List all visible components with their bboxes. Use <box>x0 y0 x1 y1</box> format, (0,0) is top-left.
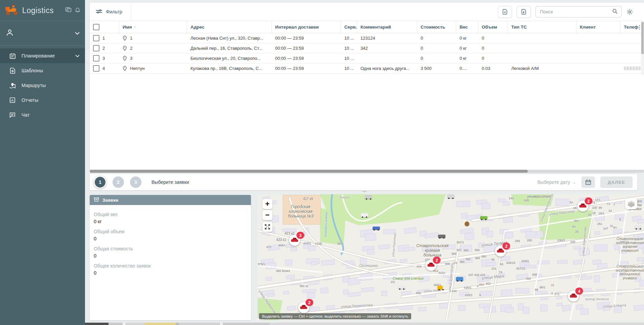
map-label: 367/1 <box>457 241 464 244</box>
sidebar-item-routes[interactable]: Маршруты <box>0 78 85 93</box>
map-vehicle-car <box>635 226 642 229</box>
cell-client <box>576 43 620 53</box>
cell-cost: 3 500 <box>417 64 456 73</box>
select-all-checkbox[interactable] <box>93 24 99 30</box>
sidebar-item-chat[interactable]: Чат <box>0 108 85 122</box>
cell-phone <box>620 53 644 63</box>
map-label: 394 <box>459 260 464 263</box>
map-label: 367/23 <box>516 267 525 270</box>
sidebar-item-planning[interactable]: Планирование <box>0 48 85 63</box>
pane-resize-handle[interactable]: ⋯ <box>85 190 644 194</box>
layers-button[interactable] <box>625 198 637 209</box>
map-marker-cluster[interactable]: 2 <box>298 302 309 313</box>
map-label: улица Морозова <box>549 209 575 216</box>
map-label: 8А <box>613 226 617 229</box>
step-2[interactable]: 2 <box>113 176 124 188</box>
map-label: Сквер для слепых <box>393 276 424 281</box>
sidebar-item-templates[interactable]: Шаблоны <box>0 63 85 78</box>
map-label: Ставропольский государственный медицинск… <box>616 265 644 280</box>
map-marker-cluster[interactable]: 2 <box>495 246 506 257</box>
header-interval[interactable]: Интервал доставки <box>272 21 341 33</box>
sidebar-item-reports[interactable]: Отчеты <box>0 93 85 108</box>
row-checkbox[interactable] <box>93 65 99 72</box>
routes-icon <box>9 82 16 89</box>
map-vehicle-car <box>398 286 405 289</box>
map-label: 271 <box>555 292 560 296</box>
cell-phone <box>620 43 644 53</box>
cell-interval: 00:00 — 23:59 <box>272 33 341 43</box>
zoom-out-button[interactable]: − <box>262 210 272 220</box>
map-label: Городская клиническая больница №3 <box>288 205 313 218</box>
row-checkbox[interactable] <box>93 45 99 51</box>
cell-weight: 0 кг <box>456 53 478 63</box>
map-marker-cluster[interactable]: 3 <box>289 235 300 246</box>
header-vehicle-type[interactable]: Тип ТС <box>508 21 576 33</box>
map-label: 20 <box>588 213 591 216</box>
map[interactable]: улица Ленинаулица Мираулица Мираулица Ле… <box>258 194 644 320</box>
map-label: 88/1 <box>540 286 546 289</box>
table-row[interactable]: 33Биологическая ул., 20, Ставропо...00:0… <box>90 53 644 64</box>
add-order-button[interactable] <box>498 6 512 18</box>
map-label: 7А <box>606 202 610 206</box>
filter-button[interactable]: Фильтр <box>95 9 131 15</box>
cell-name: 3 <box>119 53 187 63</box>
map-label: 74 <box>499 271 502 274</box>
map-label: 30А <box>574 219 579 222</box>
step-1[interactable]: 1 <box>94 176 106 189</box>
step-3[interactable]: 3 <box>130 176 141 188</box>
sidebar: Logistics ? <box>0 0 85 325</box>
map-label: 402 <box>485 282 490 285</box>
user-menu[interactable] <box>0 21 85 46</box>
next-button[interactable]: ДАЛЕЕ <box>600 176 633 188</box>
row-select: 1 <box>90 33 119 43</box>
zoom-in-button[interactable]: + <box>262 199 272 209</box>
fullscreen-button[interactable] <box>262 222 272 232</box>
sidebar-item-label: Отчеты <box>22 97 38 103</box>
header-cost[interactable]: Стоимость <box>417 21 456 33</box>
settings-gear-icon[interactable] <box>626 8 633 15</box>
header-name[interactable]: Имя↑ <box>119 21 187 33</box>
table-row[interactable]: 11Лесная (Нива Снт) ул., 320, Ставр...00… <box>90 33 644 43</box>
help-chat-icon[interactable]: ? <box>65 7 72 14</box>
cell-interval: 00:00 — 23:59 <box>272 53 341 63</box>
phone-masked <box>624 67 641 70</box>
map-marker-cluster[interactable]: 2 <box>426 260 437 271</box>
row-checkbox[interactable] <box>93 55 99 62</box>
chevron-down-icon <box>75 30 80 36</box>
table-row[interactable]: 22Дальний пер., 16, Ставрополь, Ст...00:… <box>90 43 644 53</box>
import-orders-button[interactable] <box>517 6 531 18</box>
header-comment[interactable]: Комментарий <box>357 21 417 33</box>
map-label: 2/2 <box>391 280 395 284</box>
table-row[interactable]: 4НептунКулакова пр., 16В, Ставрополь, С.… <box>90 64 644 74</box>
header-select <box>90 21 119 33</box>
cell-client <box>576 33 620 43</box>
field-value: 0 кг <box>94 219 247 224</box>
search-icon[interactable] <box>612 8 618 15</box>
cell-comment: 123124 <box>357 33 417 43</box>
map-label: улица Короленко <box>391 233 397 257</box>
table-vertical-scrollbar[interactable] <box>641 21 644 75</box>
table-horizontal-scrollbar[interactable] <box>90 170 644 173</box>
header-address[interactable]: Адрес <box>187 21 272 33</box>
header-client[interactable]: Клиент <box>576 21 620 33</box>
map-label: 406 <box>445 262 450 266</box>
search-input[interactable] <box>539 9 609 15</box>
calendar-button[interactable] <box>582 176 595 188</box>
calendar-icon <box>9 53 16 59</box>
map-label: Холодный родник <box>324 212 328 237</box>
map-marker-cluster[interactable]: 2 <box>577 200 588 211</box>
row-checkbox[interactable] <box>93 35 99 41</box>
map-marker-cluster[interactable]: 4 <box>568 291 579 302</box>
map-label: 426/1 <box>464 286 472 289</box>
bell-icon[interactable] <box>75 7 80 14</box>
header-phone[interactable]: Телеф ⋮ <box>620 21 644 33</box>
marker-car-icon <box>300 307 307 309</box>
marker-count-badge: 2 <box>305 299 313 306</box>
header-service[interactable]: Серв... <box>341 21 357 33</box>
header-volume[interactable]: Объем <box>478 21 508 33</box>
map-label: 3 <box>551 292 553 295</box>
map-label: 375/1 <box>258 262 265 266</box>
marker-count-badge: 4 <box>575 288 583 295</box>
header-weight[interactable]: Вес <box>456 21 478 33</box>
location-pin-icon <box>123 66 127 71</box>
